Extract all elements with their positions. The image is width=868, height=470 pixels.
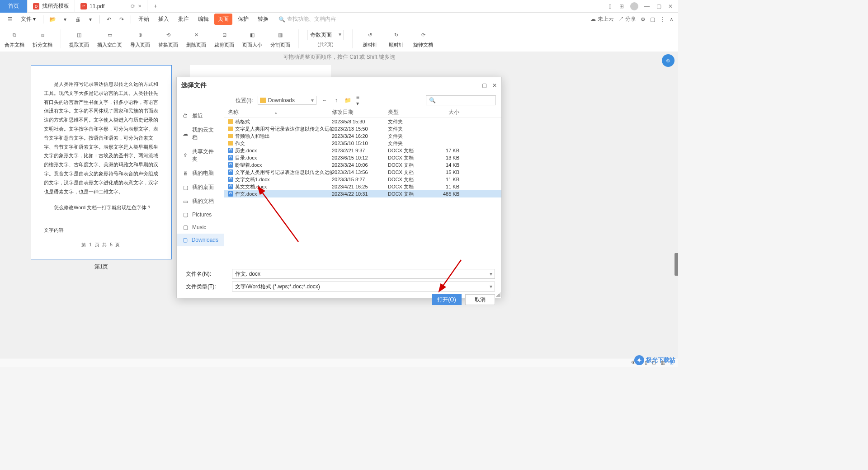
ribbon-divide[interactable]: ▥分割页面 (270, 30, 290, 48)
file-row[interactable]: 稿格式2023/5/8 15:30文件夹 (224, 118, 501, 125)
sidebar-item-最近[interactable]: ⏱最近 (177, 109, 224, 123)
menu-annotate[interactable]: 批注 (175, 14, 193, 25)
dialog-search[interactable]: 🔍 (426, 95, 496, 105)
undo-icon[interactable]: ↶ (104, 14, 114, 25)
menu-convert[interactable]: 转换 (254, 14, 272, 25)
file-row[interactable]: 英文文档.docx2023/4/21 16:25DOCX 文档11 KB (224, 183, 501, 190)
ribbon-import[interactable]: ⊕导入页面 (130, 30, 150, 48)
computer-icon: 🖥 (182, 170, 189, 177)
open-icon[interactable]: 📂 (47, 14, 58, 25)
file-row[interactable]: 盼望着.docx2023/3/24 10:06DOCX 文档14 KB (224, 161, 501, 169)
cloud-status[interactable]: ☁ 未上云 (590, 15, 613, 23)
file-row[interactable]: 音频输入和输出2023/3/24 16:20文件夹 (224, 132, 501, 140)
ribbon-rotate-doc[interactable]: ⟳旋转文档 (413, 30, 433, 48)
file-row[interactable]: 文字文稿1.docx2023/3/15 8:27DOCX 文档11 KB (224, 176, 501, 183)
minimize-icon[interactable]: — (644, 3, 650, 9)
redo-icon[interactable]: ↷ (116, 14, 127, 25)
ribbon-replace[interactable]: ⟲替换页面 (158, 30, 178, 48)
maximize-icon[interactable]: ▢ (656, 3, 662, 9)
menu-protect[interactable]: 保护 (234, 14, 252, 25)
new-tab-button[interactable]: ＋ (147, 0, 164, 13)
view-icon[interactable]: ≡ ▾ (356, 97, 363, 104)
assistant-robot-icon[interactable]: ☺ (662, 54, 675, 67)
sidebar-item-共享文件夹[interactable]: ⇪共享文件夹 (177, 145, 224, 166)
docx-icon (228, 169, 233, 175)
up-icon[interactable]: ↑ (333, 97, 340, 104)
location-select[interactable]: Downloads (258, 96, 316, 105)
file-row[interactable]: 作文.docx2023/4/22 10:31DOCX 文档485 KB (224, 190, 501, 197)
filetype-select[interactable]: 文字/Word格式 (*.wps;*.doc;*.docx) (232, 282, 495, 291)
apps-icon[interactable]: ⊞ (618, 3, 625, 9)
print-dropdown-icon[interactable]: ▾ (85, 14, 96, 25)
ribbon-ccw[interactable]: ↺逆时针 (361, 30, 379, 48)
pdf-icon: P (80, 3, 87, 9)
ribbon-extract[interactable]: ◫提取页面 (69, 30, 89, 48)
sidebar-item-我的桌面[interactable]: ▢我的桌面 (177, 180, 224, 194)
resize-grip-icon[interactable] (496, 292, 500, 297)
tab-modified-icon: ⟳ (131, 3, 135, 9)
thumbnail-label: 文字内容 (44, 226, 159, 235)
filename-input[interactable]: 作文. docx (232, 269, 495, 279)
folder-icon: ▢ (182, 212, 189, 218)
cancel-button[interactable]: 取消 (465, 294, 495, 305)
ribbon-size[interactable]: ◧页面大小 (242, 30, 262, 48)
sidebar-item-Downloads[interactable]: ▢Downloads (177, 234, 224, 246)
menu-start[interactable]: 开始 (135, 14, 153, 25)
open-button[interactable]: 打开(O) (432, 294, 462, 305)
sidebar-item-Pictures[interactable]: ▢Pictures (177, 208, 224, 221)
save-icon[interactable]: ▾ (60, 14, 71, 25)
chat-icon[interactable]: ▢ (650, 16, 655, 23)
file-row[interactable]: 历史.docx2023/2/21 9:37DOCX 文档17 KB (224, 147, 501, 154)
search-icon: 🔍 (429, 97, 436, 103)
file-row[interactable]: 文字是人类用符号记录表达信息以传之久远的方式...2023/2/13 15:50… (224, 125, 501, 132)
back-icon[interactable]: ← (321, 97, 328, 104)
sidebar-item-我的云文档[interactable]: ☁我的云文档 (177, 123, 224, 145)
ribbon-delete[interactable]: ✕删除页面 (186, 30, 206, 48)
menu-insert[interactable]: 插入 (155, 14, 173, 25)
file-dialog: 选择文件 ▢ ✕ 位置(I): Downloads ← ↑ 📁 ≡ ▾ 🔍 ⏱最… (176, 77, 502, 298)
side-panel-handle[interactable] (675, 253, 678, 276)
sidebar-item-Music[interactable]: ▢Music (177, 221, 224, 234)
page-1-label: 第1页 (31, 263, 172, 271)
file-list: 名称▴ 修改日期 类型 大小 稿格式2023/5/8 15:30文件夹文字是人类… (224, 107, 501, 266)
close-icon[interactable]: ✕ (667, 3, 674, 9)
menu-edit[interactable]: 编辑 (194, 14, 212, 25)
ribbon-merge[interactable]: ⧉合并文档 (5, 30, 24, 48)
dialog-close-icon[interactable]: ✕ (492, 82, 497, 89)
file-row[interactable]: 目录.docx2023/6/15 10:12DOCX 文档13 KB (224, 154, 501, 161)
ribbon-crop[interactable]: ⊡裁剪页面 (214, 30, 234, 48)
tab-pdf[interactable]: P 11.pdf ⟳ ✕ (75, 0, 147, 13)
page-filter-select[interactable]: 奇数页面 (307, 30, 344, 40)
ribbon-cw[interactable]: ↻顺时针 (387, 30, 405, 48)
tab-home[interactable]: 首页 (0, 0, 28, 13)
file-row[interactable]: 作文2023/5/10 15:10文件夹 (224, 140, 501, 147)
file-menu[interactable]: 文件 ▾ (17, 14, 39, 25)
print-icon[interactable]: 🖨 (72, 14, 83, 25)
filename-label: 文件名(N): (183, 270, 232, 278)
layout-icon[interactable]: ▯ (607, 3, 613, 9)
settings-icon[interactable]: ⚙ (641, 16, 646, 23)
menu-page[interactable]: 页面 (214, 14, 232, 25)
list-header[interactable]: 名称▴ 修改日期 类型 大小 (224, 107, 501, 118)
user-avatar[interactable] (630, 2, 638, 10)
page-thumbnail-1[interactable]: 是人类用符号记录表达信息以传之久远的方式和工具。现代文字大多是记录语言的工具。人… (31, 65, 172, 259)
tab-template[interactable]: D 找稻壳模板 (28, 0, 75, 13)
location-label: 位置(I): (236, 97, 253, 104)
new-folder-icon[interactable]: 📁 (344, 97, 352, 104)
sidebar-item-我的文档[interactable]: ▭我的文档 (177, 194, 224, 208)
sidebar-item-我的电脑[interactable]: 🖥我的电脑 (177, 166, 224, 180)
dialog-sidebar: ⏱最近☁我的云文档⇪共享文件夹🖥我的电脑▢我的桌面▭我的文档▢Pictures▢… (177, 107, 224, 266)
ribbon-split[interactable]: ⧈拆分文档 (33, 30, 52, 48)
expand-icon[interactable]: ∧ (670, 16, 674, 23)
folder-icon: ▢ (182, 224, 189, 230)
tab-close-icon[interactable]: ✕ (138, 4, 142, 9)
ribbon-blank[interactable]: ▭插入空白页 (97, 30, 122, 48)
file-row[interactable]: 文字是人类用符号记录表达信息以传之久远的方...2023/2/14 13:56D… (224, 169, 501, 176)
page-count: (共2页) (317, 41, 333, 48)
dialog-maximize-icon[interactable]: ▢ (482, 82, 487, 89)
search-box[interactable]: 🔍 查找功能、文档内容 (278, 15, 336, 23)
folder-icon (228, 134, 233, 138)
share-button[interactable]: ↗ 分享 (618, 15, 636, 23)
more-icon[interactable]: ⋮ (660, 16, 665, 23)
menu-icon[interactable]: ☰ (5, 14, 15, 25)
